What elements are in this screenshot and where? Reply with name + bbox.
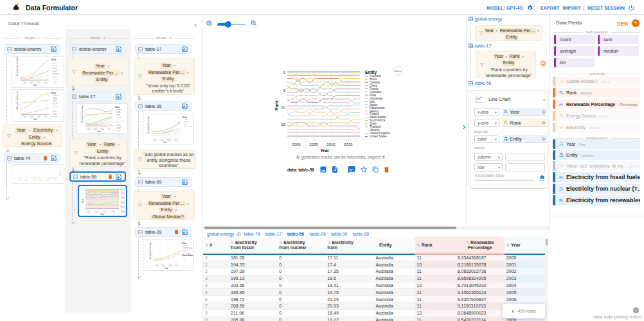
svg-text:2000: 2000	[22, 116, 26, 118]
svg-text:2010: 2010	[100, 128, 104, 130]
svg-text:Year: Year	[100, 213, 105, 216]
svg-text:Year: Year	[33, 84, 38, 87]
svg-text:Rank: Rank	[82, 198, 84, 203]
svg-text:2000: 2000	[292, 143, 301, 146]
svg-text:Electricity from renewables (T: Electricity from renewables (T)	[16, 56, 19, 76]
svg-text:Renewable Percentage: Renewable Percentage	[147, 116, 150, 134]
svg-text:Ukraine: Ukraine	[53, 116, 58, 117]
svg-text:0: 0	[283, 71, 286, 74]
svg-text:2015: 2015	[44, 82, 48, 84]
svg-text:Renewable Percentage: Renewable Percentage	[149, 241, 152, 259]
svg-text:2010: 2010	[53, 180, 57, 181]
svg-text:2015: 2015	[44, 116, 48, 118]
svg-text:2010: 2010	[37, 82, 40, 84]
svg-text:2000: 2000	[155, 265, 159, 267]
svg-text:United States: United States	[184, 125, 193, 126]
svg-text:Entity: Entity	[58, 169, 62, 170]
svg-text:2010: 2010	[24, 180, 28, 181]
svg-text:United States: United States	[183, 253, 192, 254]
svg-text:Year: Year	[320, 148, 329, 153]
svg-text:yes: yes	[183, 259, 186, 260]
svg-text:Year: Year	[97, 130, 102, 133]
svg-text:2010: 2010	[37, 116, 40, 118]
svg-text:2000: 2000	[153, 139, 157, 141]
svg-text:2000: 2000	[22, 82, 26, 84]
svg-text:Year: Year	[163, 141, 168, 144]
svg-text:2000: 2000	[33, 180, 37, 181]
svg-text:United States: United States	[370, 135, 388, 138]
svg-text:Renewable Percentage: Renewable Percentage	[81, 105, 84, 123]
svg-text:Ukraine: Ukraine	[53, 82, 58, 83]
svg-text:2015: 2015	[344, 143, 353, 146]
svg-text:2015: 2015	[107, 128, 111, 130]
svg-text:2010: 2010	[326, 143, 335, 146]
svg-text:Year: Year	[33, 118, 38, 121]
svg-text:Ukraine: Ukraine	[116, 130, 121, 131]
svg-text:Ukraine: Ukraine	[121, 212, 126, 213]
svg-text:2000: 2000	[19, 180, 22, 181]
svg-text:Can: Can	[59, 175, 62, 176]
svg-text:Rank: Rank	[274, 100, 279, 110]
svg-text:Value_co2_emissions_kt: Value_co2_emissions_kt	[16, 91, 19, 110]
svg-text:2015: 2015	[175, 265, 179, 267]
svg-text:2000: 2000	[47, 180, 51, 181]
svg-text:2000: 2000	[86, 211, 90, 213]
svg-text:15: 15	[281, 123, 285, 126]
svg-text:2010: 2010	[167, 139, 171, 141]
svg-text:2010: 2010	[39, 180, 42, 181]
svg-text:2015: 2015	[174, 139, 178, 141]
svg-text:Aus: Aus	[59, 171, 62, 172]
svg-text:2010: 2010	[168, 265, 172, 267]
svg-text:2015: 2015	[111, 211, 115, 213]
svg-text:10: 10	[281, 105, 285, 109]
svg-text:Year: Year	[165, 267, 169, 270]
svg-text:2000: 2000	[87, 128, 91, 130]
svg-text:2005: 2005	[309, 143, 318, 146]
svg-text:5: 5	[283, 89, 286, 92]
svg-text:2005: 2005	[94, 211, 98, 213]
svg-text:Bra: Bra	[59, 173, 62, 174]
